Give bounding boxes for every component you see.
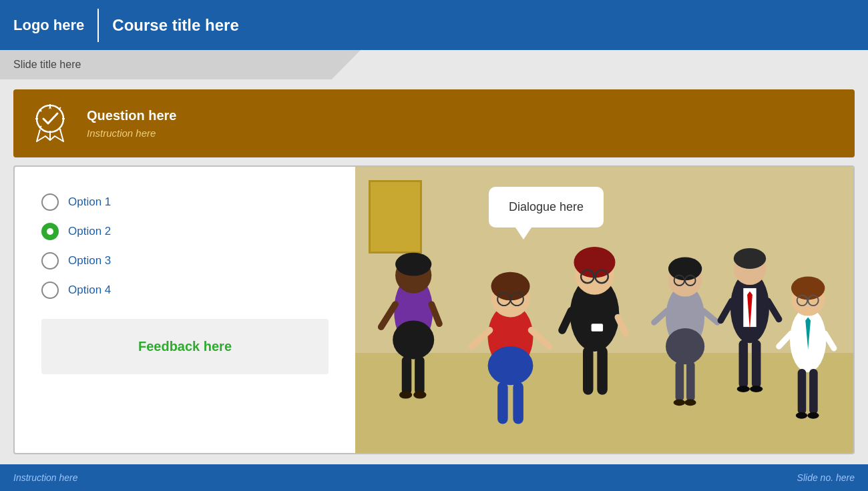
svg-line-59 [720, 301, 731, 320]
svg-point-11 [393, 320, 434, 359]
svg-point-67 [791, 277, 825, 300]
svg-point-63 [737, 386, 750, 392]
svg-line-37 [562, 311, 572, 330]
header: Logo here Course title here [0, 0, 868, 50]
content-panel: Option 1 Option 2 Option 3 Option 4 [13, 165, 855, 454]
dialogue-text: Dialogue here [509, 200, 584, 213]
quiz-panel: Option 1 Option 2 Option 3 Option 4 [15, 167, 355, 453]
svg-point-77 [807, 412, 819, 419]
character-1 [381, 253, 439, 399]
svg-rect-51 [686, 361, 695, 401]
footer: Instruction here Slide no. here [0, 464, 868, 491]
question-text-area: Question here Instruction here [87, 108, 176, 139]
svg-line-25 [531, 330, 550, 346]
svg-rect-17 [415, 356, 425, 395]
option-1-label: Option 1 [68, 195, 111, 209]
svg-line-24 [471, 330, 489, 346]
logo-text: Logo here [13, 17, 84, 34]
character-5 [720, 248, 779, 392]
svg-rect-30 [513, 382, 523, 424]
svg-point-33 [574, 247, 615, 278]
scene-panel: Dialogue here [355, 167, 853, 453]
option-4[interactable]: Option 4 [41, 282, 329, 299]
option-2[interactable]: Option 2 [41, 223, 329, 240]
footer-slide-no: Slide no. here [797, 472, 855, 483]
award-icon [27, 100, 73, 147]
svg-point-21 [488, 346, 533, 385]
svg-rect-62 [752, 340, 761, 388]
svg-line-15 [431, 304, 439, 324]
character-2 [471, 272, 549, 424]
feedback-box: Feedback here [41, 319, 329, 374]
svg-line-60 [768, 301, 779, 319]
svg-line-14 [381, 304, 395, 327]
radio-option-3[interactable] [41, 252, 59, 270]
svg-point-19 [413, 391, 426, 399]
option-1[interactable]: Option 1 [41, 193, 329, 211]
svg-point-52 [674, 400, 685, 406]
svg-point-13 [395, 253, 431, 276]
radio-option-4[interactable] [41, 282, 59, 299]
question-banner: Question here Instruction here [13, 89, 855, 157]
svg-line-38 [618, 318, 626, 334]
slide-title: Slide title here [13, 59, 81, 71]
svg-line-48 [654, 311, 667, 322]
svg-rect-40 [597, 346, 608, 395]
svg-rect-74 [798, 369, 807, 414]
radio-option-1[interactable] [41, 193, 59, 211]
slide-title-tab: Slide title here [0, 50, 361, 79]
svg-point-43 [666, 328, 704, 364]
dialogue-bubble: Dialogue here [489, 187, 604, 227]
main-content: Question here Instruction here Option 1 … [0, 79, 868, 464]
svg-point-58 [734, 248, 766, 269]
characters-svg [355, 167, 853, 453]
svg-rect-41 [592, 324, 603, 332]
svg-point-23 [491, 272, 529, 301]
footer-instruction-text: Instruction here [13, 472, 78, 483]
svg-point-64 [750, 386, 763, 392]
svg-line-72 [779, 334, 791, 346]
svg-rect-61 [739, 340, 748, 388]
svg-point-18 [399, 391, 412, 399]
character-4 [654, 257, 718, 406]
course-title: Course title here [112, 16, 238, 35]
svg-line-73 [825, 334, 834, 348]
feedback-text: Feedback here [138, 339, 232, 354]
option-3[interactable]: Option 3 [41, 252, 329, 270]
radio-option-2[interactable] [41, 223, 59, 240]
question-text: Question here [87, 108, 176, 123]
logo: Logo here [13, 9, 99, 42]
banner-instruction-text: Instruction here [87, 127, 176, 139]
svg-rect-50 [676, 361, 684, 401]
svg-point-76 [796, 412, 807, 419]
svg-rect-75 [809, 369, 818, 414]
option-2-label: Option 2 [68, 225, 111, 238]
svg-point-53 [684, 400, 696, 406]
options-list: Option 1 Option 2 Option 3 Option 4 [41, 193, 329, 299]
option-3-label: Option 3 [68, 254, 111, 268]
option-4-label: Option 4 [68, 284, 111, 297]
svg-point-45 [668, 257, 702, 280]
svg-rect-16 [402, 356, 412, 395]
svg-rect-39 [583, 346, 594, 395]
svg-rect-29 [497, 382, 508, 424]
character-6 [779, 277, 834, 419]
slide-title-wrapper: Slide title here [0, 50, 868, 79]
character-3 [562, 247, 626, 395]
svg-line-49 [703, 311, 717, 322]
